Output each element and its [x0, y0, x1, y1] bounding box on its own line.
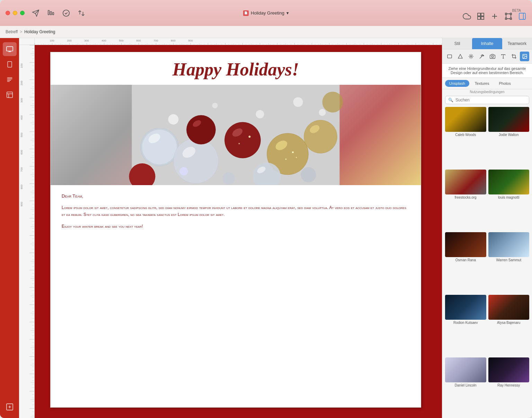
- svg-point-62: [304, 120, 337, 153]
- ct-image[interactable]: [520, 52, 529, 61]
- doc-image: [51, 85, 421, 185]
- checkmark-icon[interactable]: [62, 9, 70, 17]
- source-tab-unsplash[interactable]: Unsplash: [445, 80, 469, 87]
- nutzung-text[interactable]: Nutzungsbedingungen: [442, 89, 532, 94]
- content-toolbar: [442, 49, 532, 64]
- list-item[interactable]: louis magnotti: [488, 170, 530, 230]
- photo-thumb: [445, 232, 486, 257]
- plus-icon[interactable]: [490, 12, 499, 20]
- svg-text:300: 300: [20, 98, 23, 103]
- tab-inhalte[interactable]: Inhalte: [472, 38, 502, 49]
- info-text-content: Ziehe eine Hintergrundtextur auf das ges…: [449, 66, 526, 75]
- list-item[interactable]: Jodie Walton: [488, 107, 530, 167]
- doc-body: Dear Team, Lorem ipsum dolor sit amet, c…: [51, 185, 421, 237]
- doc-closing: Enjoy your winter break and see you next…: [62, 224, 410, 229]
- doc-salutation: Dear Team,: [62, 193, 410, 199]
- title-dropdown-icon[interactable]: ▾: [286, 10, 289, 16]
- svg-point-78: [491, 56, 493, 57]
- analytics-icon[interactable]: [47, 9, 55, 17]
- svg-rect-9: [6, 47, 12, 51]
- list-item[interactable]: Caleb Woods: [445, 107, 486, 167]
- sidebar-btn-preview[interactable]: [3, 88, 17, 102]
- photo-label: Jodie Walton: [499, 133, 518, 137]
- photo-thumb: [445, 357, 486, 382]
- list-item[interactable]: Daniel Lincoln: [445, 357, 486, 418]
- maximize-button[interactable]: [20, 11, 25, 15]
- ct-text[interactable]: [498, 52, 508, 61]
- svg-rect-5: [481, 13, 484, 16]
- ct-shape[interactable]: [456, 52, 465, 61]
- photo-thumb: [488, 357, 530, 382]
- svg-text:800: 800: [20, 184, 23, 189]
- ct-camera[interactable]: [488, 52, 497, 61]
- document-title: 📄 Holiday Greeting ▾: [243, 10, 289, 16]
- photo-thumb: [445, 107, 486, 132]
- photo-thumb: [445, 295, 486, 320]
- breadcrumb-root[interactable]: Betreff: [6, 29, 18, 34]
- source-tab-textures[interactable]: Textures: [471, 80, 494, 87]
- sidebar-btn-desktop[interactable]: [3, 42, 17, 56]
- svg-text:300: 300: [84, 39, 89, 42]
- ct-asterisk[interactable]: [467, 52, 476, 61]
- svg-rect-6: [478, 17, 480, 19]
- search-box: 🔍: [445, 96, 529, 104]
- svg-text:100: 100: [20, 63, 23, 68]
- title-text: Holiday Greeting: [251, 10, 284, 16]
- airplane-icon[interactable]: [32, 9, 40, 17]
- svg-text:400: 400: [20, 115, 23, 120]
- ruler-corner: [19, 38, 35, 45]
- list-item[interactable]: freestocks.org: [445, 170, 486, 230]
- layout-icon[interactable]: [477, 12, 485, 20]
- sidebar-toggle-icon[interactable]: [518, 12, 526, 20]
- doc-icon: 📄: [243, 10, 249, 16]
- list-item[interactable]: Warren Sammut: [488, 232, 530, 293]
- document-card: Happy Holidays!: [50, 52, 421, 408]
- cloud-icon[interactable]: [463, 12, 471, 20]
- photo-label: Caleb Woods: [455, 133, 476, 137]
- ct-rectangle[interactable]: [445, 52, 454, 61]
- sidebar-btn-text[interactable]: [3, 73, 17, 87]
- app-icons: [32, 9, 86, 17]
- svg-rect-0: [48, 10, 50, 15]
- svg-text:200: 200: [67, 39, 72, 42]
- svg-point-49: [174, 138, 219, 183]
- photo-thumb: [488, 170, 530, 194]
- search-icon: 🔍: [448, 98, 453, 102]
- tab-stil[interactable]: Stil: [442, 38, 472, 49]
- list-item[interactable]: Rodion Kutsaev: [445, 295, 486, 355]
- minimize-button[interactable]: [13, 11, 17, 15]
- svg-rect-19: [35, 38, 442, 45]
- close-button[interactable]: [6, 11, 10, 15]
- tab-teamwork[interactable]: Teamwork: [502, 38, 532, 49]
- list-item[interactable]: Osman Rana: [445, 232, 486, 293]
- svg-text:400: 400: [101, 39, 106, 42]
- svg-text:500: 500: [20, 133, 23, 137]
- source-tab-photos[interactable]: Photos: [495, 80, 515, 87]
- photo-label: Daniel Lincoln: [455, 383, 477, 387]
- list-item[interactable]: Ray Hennessy: [488, 357, 530, 418]
- breadcrumb-current: Holiday Greeting: [24, 29, 55, 34]
- info-text: Ziehe eine Hintergrundtextur auf das ges…: [442, 64, 532, 78]
- photo-label: Ray Hennessy: [497, 383, 520, 387]
- photo-label: Alysa Bajenaru: [497, 321, 520, 325]
- ct-dropper[interactable]: [477, 52, 487, 61]
- svg-point-77: [470, 56, 472, 57]
- sidebar-btn-mobile[interactable]: [3, 57, 17, 71]
- right-panel-tabs: Stil Inhalte Teamwork: [442, 38, 532, 49]
- svg-point-69: [168, 114, 179, 125]
- photo-thumb: [488, 107, 530, 132]
- list-item[interactable]: Alysa Bajenaru: [488, 295, 530, 355]
- svg-text:900: 900: [20, 202, 23, 207]
- transfer-icon[interactable]: [77, 9, 86, 17]
- frame-icon[interactable]: [504, 12, 513, 20]
- svg-rect-11: [7, 92, 12, 98]
- svg-point-61: [296, 157, 297, 158]
- svg-point-68: [301, 167, 316, 182]
- canvas-area: 100 200 300 400 500 600 700 800 900: [19, 38, 442, 418]
- svg-rect-4: [478, 13, 480, 16]
- ct-crop[interactable]: [509, 52, 518, 61]
- sidebar-btn-export[interactable]: [3, 400, 17, 414]
- search-input[interactable]: [455, 98, 526, 102]
- photo-label: Warren Sammut: [496, 258, 521, 262]
- source-tabs: Unsplash Textures Photos: [442, 78, 532, 89]
